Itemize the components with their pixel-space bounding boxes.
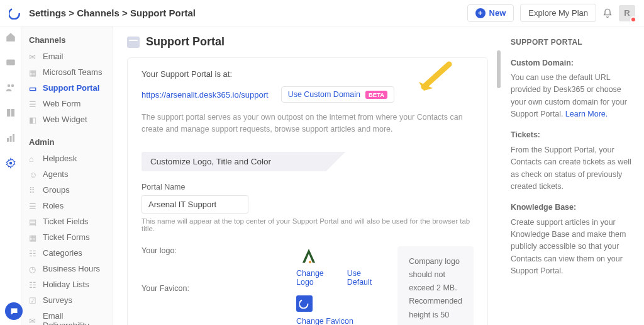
svg-point-1 — [7, 84, 10, 88]
settings-sidebar: Channels ✉Email ▦Microsoft Teams ▭Suppor… — [21, 26, 113, 325]
settings-card: Your Support Portal is at: https://arsen… — [127, 57, 488, 325]
your-favicon-label: Your Favicon: — [142, 284, 280, 293]
sidebar-item-label: Email Deliverability — [43, 311, 105, 325]
hint-logo-size: Company logo should not exceed 2 MB. Rec… — [409, 255, 462, 326]
help-tickets-title: Tickets: — [511, 129, 635, 141]
sidebar-item-label: Support Portal — [43, 83, 99, 93]
sidebar-item-agents[interactable]: ☺Agents — [21, 166, 113, 182]
app-logo — [9, 7, 21, 20]
sidebar-item-roles[interactable]: ☰Roles — [21, 198, 113, 214]
svg-rect-0 — [6, 60, 15, 66]
sidebar-item-categories[interactable]: ☷Categories — [21, 245, 113, 261]
help-tickets-body: From the Support Portal, your Contacts c… — [511, 144, 635, 193]
change-favicon-link[interactable]: Change Favicon — [296, 317, 353, 326]
portal-name-input[interactable] — [142, 195, 248, 214]
svg-point-2 — [11, 84, 14, 88]
sidebar-item-ticket-forms[interactable]: ▦Ticket Forms — [21, 229, 113, 245]
sidebar-item-label: Agents — [43, 169, 68, 179]
avatar[interactable]: R — [619, 5, 635, 21]
portal-name-label: Portal Name — [142, 183, 474, 191]
svg-rect-5 — [13, 134, 14, 142]
help-panel-title: SUPPORT PORTAL — [511, 37, 635, 48]
sidebar-item-helpdesk[interactable]: ⌂Helpdesk — [21, 151, 113, 166]
section-title: Customize Logo, Title and Color — [150, 157, 465, 166]
portal-intro: Your Support Portal is at: — [142, 69, 474, 79]
sidebar-item-label: Ticket Fields — [43, 217, 88, 226]
portal-help-text: The support portal serves as your own ou… — [142, 111, 474, 135]
page-header: Support Portal — [113, 26, 502, 57]
sidebar-item-web-form[interactable]: ☰Web Form — [21, 96, 113, 111]
scrollbar[interactable] — [497, 50, 501, 88]
sidebar-item-email[interactable]: ✉Email — [21, 48, 113, 64]
custom-domain-label: Use Custom Domain — [288, 90, 360, 99]
sidebar-item-label: Business Hours — [43, 264, 100, 273]
sidebar-item-label: Email — [43, 52, 64, 61]
chat-fab[interactable] — [5, 302, 23, 320]
current-favicon — [296, 295, 313, 312]
kb-icon[interactable] — [5, 107, 16, 118]
sidebar-item-label: Microsoft Teams — [43, 67, 102, 77]
sidebar-item-label: Ticket Forms — [43, 232, 90, 242]
use-default-link[interactable]: Use Default — [347, 269, 382, 287]
new-button[interactable]: + New — [467, 4, 514, 22]
sidebar-item-groups[interactable]: ⠿Groups — [21, 182, 113, 198]
sidebar-item-label: Web Form — [43, 99, 80, 108]
avatar-initial: R — [624, 8, 630, 18]
sidebar-item-holiday-lists[interactable]: ☷Holiday Lists — [21, 277, 113, 292]
sidebar-item-label: Web Widget — [43, 115, 87, 124]
section-header: Customize Logo, Title and Color — [142, 152, 474, 171]
sidebar-item-email-deliverability[interactable]: ✉Email Deliverability — [21, 308, 113, 325]
group-admin: Admin — [21, 134, 113, 151]
beta-badge: BETA — [365, 91, 387, 99]
sidebar-item-business-hours[interactable]: ◷Business Hours — [21, 261, 113, 277]
plus-icon: + — [475, 8, 486, 18]
learn-more-link[interactable]: Learn More. — [565, 110, 608, 118]
help-custom-domain-title: Custom Domain: — [511, 57, 635, 69]
home-icon[interactable] — [5, 31, 16, 43]
portal-name-help: This name will appear at the top center … — [142, 217, 474, 232]
sidebar-item-surveys[interactable]: ☑Surveys — [21, 292, 113, 308]
sidebar-item-ticket-fields[interactable]: ▤Ticket Fields — [21, 214, 113, 229]
icon-rail — [0, 26, 21, 325]
help-kb-title: Knowledge Base: — [511, 202, 635, 214]
help-panel: SUPPORT PORTAL Custom Domain: You can us… — [502, 26, 644, 325]
upload-hints: Company logo should not exceed 2 MB. Rec… — [397, 246, 474, 326]
svg-point-7 — [309, 261, 311, 263]
sidebar-item-label: Roles — [43, 201, 64, 210]
settings-icon[interactable] — [5, 157, 16, 169]
contacts-icon[interactable] — [5, 82, 16, 93]
sidebar-item-label: Groups — [43, 185, 70, 195]
page-title: Support Portal — [146, 35, 225, 48]
change-logo-link[interactable]: Change Logo — [296, 269, 336, 287]
help-kb-body: Create support articles in your Knowledg… — [511, 217, 635, 278]
explore-plan-button[interactable]: Explore My Plan — [520, 4, 596, 22]
breadcrumb: Settings > Channels > Support Portal — [29, 8, 196, 18]
your-logo-label: Your logo: — [142, 246, 280, 255]
sidebar-item-support-portal[interactable]: ▭Support Portal — [21, 80, 113, 96]
portal-icon — [127, 37, 140, 48]
portal-url-link[interactable]: https://arsenalit.desk365.io/support — [142, 90, 269, 100]
custom-domain-button[interactable]: Use Custom Domain BETA — [281, 86, 394, 103]
svg-rect-3 — [7, 138, 9, 142]
help-custom-domain-body: You can use the default URL provided by … — [511, 72, 635, 121]
reports-icon[interactable] — [5, 132, 16, 144]
svg-point-6 — [9, 162, 12, 165]
current-logo — [296, 246, 321, 265]
sidebar-item-label: Holiday Lists — [43, 280, 89, 289]
sidebar-item-web-widget[interactable]: ◧Web Widget — [21, 111, 113, 127]
ticket-icon[interactable] — [5, 57, 16, 68]
bell-icon[interactable] — [602, 8, 613, 18]
status-dot — [630, 16, 636, 23]
sidebar-item-label: Helpdesk — [43, 154, 77, 163]
sidebar-item-label: Surveys — [43, 295, 72, 305]
group-channels: Channels — [21, 31, 113, 48]
sidebar-item-label: Categories — [43, 248, 82, 258]
topbar: Settings > Channels > Support Portal + N… — [0, 0, 644, 26]
svg-rect-4 — [9, 136, 11, 142]
sidebar-item-teams[interactable]: ▦Microsoft Teams — [21, 64, 113, 80]
new-button-label: New — [489, 8, 506, 18]
